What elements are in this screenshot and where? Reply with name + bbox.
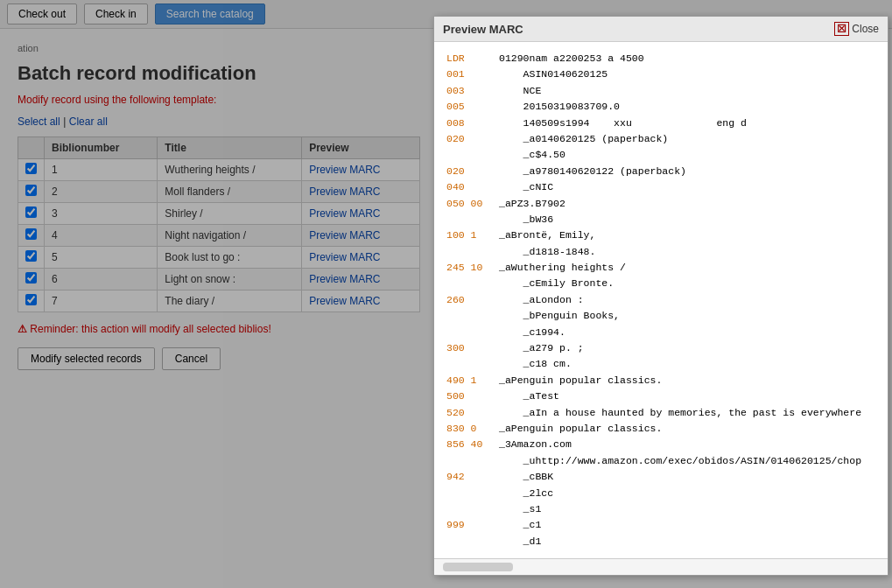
marc-preview-modal: Preview MARC ☒ Close LDR 01290nam a22002… <box>433 16 888 384</box>
marc-line: _c18 cm. <box>446 356 875 372</box>
marc-data: 20150319083709.0 <box>499 99 620 115</box>
marc-line: 490 1 _aPenguin popular classics. <box>446 373 875 384</box>
marc-tag: 040 <box>446 179 499 195</box>
close-label: Close <box>852 23 879 35</box>
marc-data: 140509s1994 xxu eng d <box>499 116 747 131</box>
marc-line: 003 NCE <box>446 83 875 99</box>
marc-tag <box>446 244 499 260</box>
marc-data: _aLondon : <box>499 292 584 308</box>
marc-tag: 050 00 <box>446 196 499 212</box>
marc-line: _cEmily Bronte. <box>446 276 875 291</box>
marc-data: _aWuthering heights / <box>499 260 626 276</box>
marc-tag: 020 <box>446 164 499 179</box>
marc-line: _d1818-1848. <box>446 244 875 260</box>
marc-tag: 005 <box>446 99 499 115</box>
marc-tag <box>446 308 499 324</box>
marc-tag: 003 <box>446 83 499 99</box>
marc-line: _bW36 <box>446 212 875 228</box>
marc-tag <box>446 147 499 163</box>
marc-tag: 008 <box>446 116 499 131</box>
marc-data: _bW36 <box>499 212 553 228</box>
modal-header: Preview MARC ☒ Close <box>434 17 888 42</box>
marc-data: _c1994. <box>499 325 565 340</box>
marc-data: _c18 cm. <box>499 356 572 372</box>
marc-data: _a9780140620122 (paperback) <box>499 164 686 179</box>
marc-data: _c$4.50 <box>499 147 565 163</box>
marc-line: 050 00_aPZ3.B7902 <box>446 196 875 212</box>
marc-data: _aPZ3.B7902 <box>499 196 565 212</box>
marc-data: 01290nam a2200253 a 4500 <box>499 51 644 66</box>
marc-data: _aPenguin popular classics. <box>499 373 662 384</box>
marc-line: 020 _a9780140620122 (paperback) <box>446 164 875 179</box>
marc-data: _aBrontë, Emily, <box>499 228 595 243</box>
marc-line: 260 _aLondon : <box>446 292 875 308</box>
marc-data: _bPenguin Books, <box>499 308 620 324</box>
marc-line: 005 20150319083709.0 <box>446 99 875 115</box>
marc-line: _c1994. <box>446 325 875 340</box>
marc-data: _a279 p. ; <box>499 340 584 356</box>
marc-data: _cNIC <box>499 179 553 195</box>
marc-line: 300 _a279 p. ; <box>446 340 875 356</box>
marc-line: 040 _cNIC <box>446 179 875 195</box>
marc-line: LDR 01290nam a2200253 a 4500 <box>446 51 875 66</box>
marc-line: 001 ASIN0140620125 <box>446 66 875 82</box>
marc-tag: 260 <box>446 292 499 308</box>
marc-line: 100 1 _aBrontë, Emily, <box>446 228 875 243</box>
marc-tag <box>446 276 499 291</box>
marc-tag: 245 10 <box>446 260 499 276</box>
marc-tag: 020 <box>446 131 499 147</box>
marc-line: _c$4.50 <box>446 147 875 163</box>
marc-data: _d1818-1848. <box>499 244 595 260</box>
marc-tag: 001 <box>446 66 499 82</box>
marc-line: 020 _a0140620125 (paperback) <box>446 131 875 147</box>
marc-line: _bPenguin Books, <box>446 308 875 324</box>
marc-data: _cEmily Bronte. <box>499 276 614 291</box>
marc-data: _a0140620125 (paperback) <box>499 131 668 147</box>
modal-close-button[interactable]: ☒ Close <box>834 22 879 36</box>
marc-line: 245 10_aWuthering heights / <box>446 260 875 276</box>
marc-tag: LDR <box>446 51 499 66</box>
modal-body[interactable]: LDR 01290nam a2200253 a 4500001 ASIN0140… <box>434 42 888 384</box>
marc-tag <box>446 356 499 372</box>
marc-data: NCE <box>499 83 541 99</box>
close-x-icon: ☒ <box>834 22 849 36</box>
marc-data: ASIN0140620125 <box>499 66 608 82</box>
modal-title: Preview MARC <box>443 23 523 36</box>
marc-tag: 300 <box>446 340 499 356</box>
marc-tag <box>446 212 499 228</box>
marc-line: 008 140509s1994 xxu eng d <box>446 116 875 131</box>
marc-tag: 100 1 <box>446 228 499 243</box>
marc-tag <box>446 325 499 340</box>
marc-tag: 490 1 <box>446 373 499 384</box>
